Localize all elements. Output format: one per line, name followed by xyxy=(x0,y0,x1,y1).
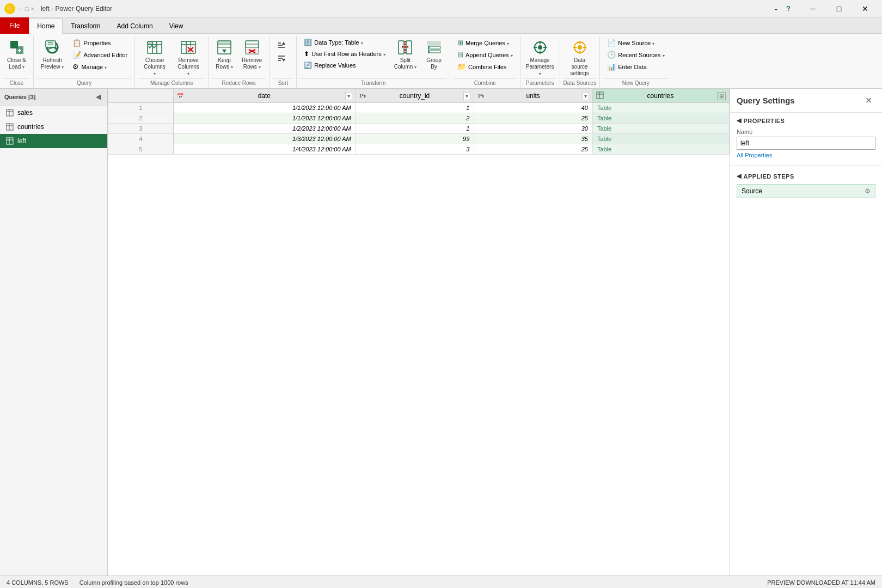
split-column-button[interactable]: SplitColumn ▾ xyxy=(390,36,420,72)
manage-label: Manage ▾ xyxy=(81,64,107,70)
close-load-button[interactable]: Close &Load ▾ xyxy=(3,36,30,72)
data-table[interactable]: 📅 date ▾ 1²₃ country_id ▾ xyxy=(108,89,730,575)
use-first-row-button[interactable]: ⬆ Use First Row as Headers ▾ xyxy=(300,48,389,59)
advanced-editor-icon: 📝 xyxy=(72,51,81,59)
data-type-button[interactable]: 🔢 Data Type: Table ▾ xyxy=(300,37,389,48)
properties-section: ◀ PROPERTIES Name All Properties xyxy=(730,113,882,163)
tab-add-column[interactable]: Add Column xyxy=(109,19,161,34)
country-id-cell: 1 xyxy=(356,103,474,113)
country-id-filter-button[interactable]: ▾ xyxy=(463,92,470,100)
ribbon-group-reduce-rows: KeepRows ▾ RemoveRows ▾ xyxy=(209,36,270,88)
data-source-settings-label: Data sourcesettings xyxy=(567,57,592,77)
refresh-preview-label: RefreshPreview ▾ xyxy=(41,57,64,70)
app-icon: 🟡 xyxy=(4,3,15,14)
properties-section-header: ◀ PROPERTIES xyxy=(737,117,875,124)
replace-values-icon: 🔄 xyxy=(304,62,312,69)
all-properties-link[interactable]: All Properties xyxy=(737,152,772,158)
svg-rect-41 xyxy=(399,41,404,54)
source-step-gear-icon[interactable]: ⚙ xyxy=(865,187,871,195)
countries-column-header[interactable]: countries ⊞ xyxy=(592,89,729,103)
manage-parameters-label: ManageParameters ▾ xyxy=(526,57,554,77)
merge-queries-button[interactable]: ⊞ Merge Queries ▾ xyxy=(454,37,517,48)
svg-marker-26 xyxy=(222,50,226,53)
countries-cell: Table xyxy=(592,134,729,144)
combine-group-label: Combine xyxy=(454,78,517,88)
advanced-editor-button[interactable]: 📝 Advanced Editor xyxy=(69,49,131,60)
enter-data-button[interactable]: 📊 Enter Data xyxy=(603,61,668,72)
units-filter-button[interactable]: ▾ xyxy=(582,92,589,100)
preview-table: 📅 date ▾ 1²₃ country_id ▾ xyxy=(108,89,730,155)
country-id-col-name: country_id xyxy=(368,92,462,100)
new-source-button[interactable]: 📄 New Source ▾ xyxy=(603,37,668,48)
remove-rows-button[interactable]: RemoveRows ▾ xyxy=(238,36,266,72)
replace-values-button[interactable]: 🔄 Replace Values xyxy=(300,60,389,71)
columns-rows-status: 4 COLUMNS, 5 ROWS xyxy=(7,579,69,586)
title-bar: 🟡 ─ □ × left - Power Query Editor ⌄ ? ─ … xyxy=(0,0,882,17)
use-first-row-label: Use First Row as Headers ▾ xyxy=(311,51,385,57)
manage-parameters-icon xyxy=(531,39,549,56)
svg-rect-73 xyxy=(597,92,603,99)
tab-file[interactable]: File xyxy=(0,17,29,34)
refresh-preview-button[interactable]: RefreshPreview ▾ xyxy=(37,36,68,72)
country-id-column-header[interactable]: 1²₃ country_id ▾ xyxy=(356,89,474,103)
close-load-label: Close &Load ▾ xyxy=(7,57,26,70)
remove-columns-button[interactable]: RemoveColumns ▾ xyxy=(172,36,205,78)
group-by-icon xyxy=(425,39,443,56)
reduce-rows-group-label: Reduce Rows xyxy=(212,78,266,88)
svg-rect-46 xyxy=(427,41,440,45)
choose-columns-label: ChooseColumns ▾ xyxy=(142,57,167,77)
left-table-icon xyxy=(5,137,14,145)
tab-transform[interactable]: Transform xyxy=(63,19,108,34)
data-source-settings-icon xyxy=(571,39,589,56)
date-type-icon: 📅 xyxy=(177,93,183,99)
countries-filter-button[interactable]: ⊞ xyxy=(717,92,726,100)
properties-button[interactable]: 📋 Properties xyxy=(69,37,131,48)
country-id-cell: 99 xyxy=(356,134,474,144)
close-button[interactable]: ✕ xyxy=(853,1,878,16)
keep-rows-button[interactable]: KeepRows ▾ xyxy=(212,36,237,72)
tab-view[interactable]: View xyxy=(161,19,192,34)
data-source-settings-button[interactable]: Data sourcesettings xyxy=(564,36,596,78)
expand-icon[interactable]: ⌄ xyxy=(771,4,781,13)
tab-home[interactable]: Home xyxy=(29,19,63,34)
units-column-header[interactable]: 1²₃ units ▾ xyxy=(474,89,593,103)
svg-rect-48 xyxy=(430,50,440,53)
query-settings-title: Query Settings xyxy=(737,96,862,105)
append-queries-button[interactable]: ⊟ Append Queries ▾ xyxy=(454,49,517,60)
source-step[interactable]: Source ⚙ xyxy=(737,184,875,198)
svg-rect-47 xyxy=(430,46,440,49)
split-column-icon xyxy=(396,39,414,56)
applied-steps-section: ◀ APPLIED STEPS Source ⚙ xyxy=(730,168,882,205)
countries-cell: Table xyxy=(592,113,729,124)
manage-parameters-button[interactable]: ManageParameters ▾ xyxy=(524,36,556,78)
query-name-input[interactable] xyxy=(737,137,875,150)
countries-cell: Table xyxy=(592,103,729,113)
remove-columns-label: RemoveColumns ▾ xyxy=(176,57,201,77)
query-item-left[interactable]: left xyxy=(0,134,107,148)
row-number: 3 xyxy=(108,124,174,134)
maximize-button[interactable]: □ xyxy=(826,1,852,16)
date-column-header[interactable]: 📅 date ▾ xyxy=(174,89,356,103)
ribbon-group-combine: ⊞ Merge Queries ▾ ⊟ Append Queries ▾ 📁 C… xyxy=(450,36,520,88)
help-icon[interactable]: ? xyxy=(784,3,793,14)
combine-files-button[interactable]: 📁 Combine Files xyxy=(454,61,517,72)
data-type-label: Data Type: Table ▾ xyxy=(314,39,363,46)
sales-table-icon xyxy=(5,108,14,117)
queries-collapse-button[interactable]: ◀ xyxy=(94,92,103,102)
query-settings-close-button[interactable]: ✕ xyxy=(862,94,875,107)
merge-queries-label: Merge Queries ▾ xyxy=(465,40,509,46)
sort-desc-button[interactable] xyxy=(273,52,290,65)
sort-asc-button[interactable] xyxy=(273,38,290,51)
date-filter-button[interactable]: ▾ xyxy=(345,92,352,100)
recent-sources-button[interactable]: 🕒 Recent Sources ▾ xyxy=(603,49,668,60)
date-col-name: date xyxy=(186,92,343,100)
manage-button[interactable]: ⚙ Manage ▾ xyxy=(69,61,131,72)
queries-count-label: Queries [3] xyxy=(4,94,94,100)
countries-cell: Table xyxy=(592,144,729,155)
minimize-button[interactable]: ─ xyxy=(800,1,825,16)
group-by-button[interactable]: GroupBy xyxy=(421,36,446,72)
query-item-countries[interactable]: countries xyxy=(0,120,107,134)
choose-columns-button[interactable]: ChooseColumns ▾ xyxy=(138,36,171,78)
query-item-sales[interactable]: sales xyxy=(0,106,107,120)
ribbon-group-close: Close &Load ▾ Close xyxy=(0,36,34,88)
